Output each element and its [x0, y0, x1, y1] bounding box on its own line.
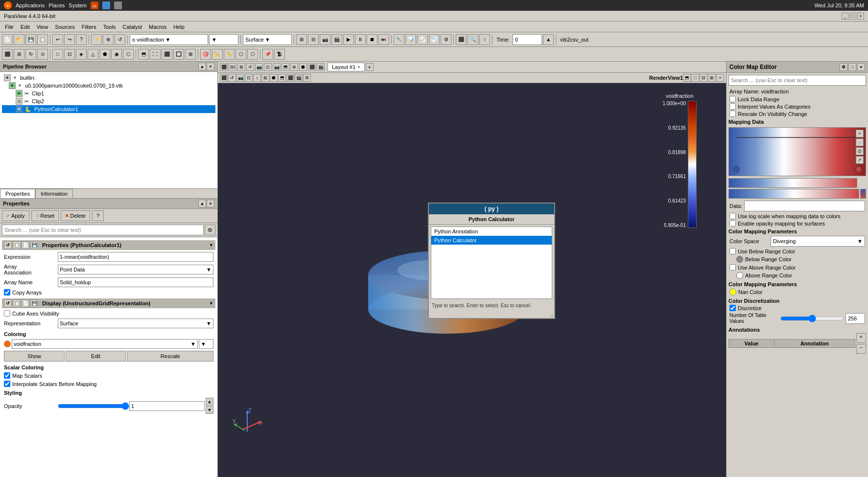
pipeline-eye-builtin[interactable]: 👁 [4, 74, 11, 81]
num-table-slider[interactable] [780, 315, 844, 322]
cme-settings-btn[interactable]: ⚙ [840, 63, 847, 71]
prop-disp-reload-btn[interactable]: ↺ [4, 299, 12, 307]
tb-tools1-btn[interactable]: 🔧 [394, 34, 404, 45]
grad-zoom-out-btn[interactable]: - [856, 138, 864, 146]
tb2-3[interactable]: ↻ [25, 49, 36, 60]
opacity-slider[interactable] [58, 402, 129, 410]
tb-save-btn[interactable]: 💾 [25, 34, 36, 45]
layout-tab-1[interactable]: Layout #1 × [328, 63, 365, 71]
tb-disconnect-btn[interactable]: ⊗ [103, 34, 114, 45]
tb-new-btn[interactable]: 📄 [2, 34, 13, 45]
tb-tools2-btn[interactable]: 📊 [405, 34, 416, 45]
os-places[interactable]: Places [48, 2, 65, 8]
tb2-6[interactable]: ⊡ [64, 49, 75, 60]
log-scale-checkbox[interactable] [729, 213, 736, 219]
pipeline-item-vtk[interactable]: 👁 ▼ u0.1000parnum10000coke0.0700_19.vtk [2, 82, 215, 90]
tb-help-btn[interactable]: ? [76, 34, 87, 45]
tb2-22[interactable]: 📌 [262, 49, 273, 60]
tb2-8[interactable]: △ [88, 49, 98, 60]
tb2-13[interactable]: ⛶ [150, 49, 161, 60]
prop-disp-copy-btn[interactable]: 📋 [13, 299, 21, 307]
prop-disp-save-btn[interactable]: 💾 [30, 299, 38, 307]
tb-cam5-btn[interactable]: ⏹ [367, 34, 377, 45]
dialog-item-calculator[interactable]: Python Calculator [431, 236, 552, 245]
os-applications[interactable]: Applications [16, 2, 45, 8]
rescale-visibility-checkbox[interactable] [729, 111, 736, 117]
layout-tb-8[interactable]: ⬒ [282, 63, 289, 71]
tb2-20[interactable]: ⬠ [235, 49, 246, 60]
opacity-down-btn[interactable]: ▼ [206, 406, 213, 414]
tb2-7[interactable]: ◈ [76, 49, 87, 60]
help-button[interactable]: ? [92, 210, 104, 221]
array-assoc-dropdown[interactable]: Point Data ▼ [58, 265, 213, 274]
layout-tb-3[interactable]: ⊞ [237, 63, 245, 71]
menu-edit[interactable]: Edit [18, 23, 33, 31]
tb-redo-btn[interactable]: ↪ [64, 34, 75, 45]
tb-orient2-btn[interactable]: ⊟ [308, 34, 319, 45]
prop-sec-save-btn[interactable]: 💾 [30, 241, 38, 249]
tb2-16[interactable]: ⊞ [185, 49, 196, 60]
layout-tb-5[interactable]: 📷 [255, 63, 263, 71]
tb2-19[interactable]: 📏 [224, 49, 235, 60]
tb-zoom-btn[interactable]: 🔍 [468, 34, 478, 45]
properties-search-input[interactable] [2, 225, 204, 235]
layout-tab-close-btn[interactable]: × [357, 65, 360, 69]
maximize-button[interactable]: □ [849, 13, 856, 20]
tb-connect-btn[interactable]: ⚡ [91, 34, 102, 45]
tb2-1[interactable]: ⬛ [2, 49, 13, 60]
close-button[interactable]: × [857, 13, 864, 20]
tb-undo-btn[interactable]: ↩ [52, 34, 63, 45]
tb-open-btn[interactable]: 📂 [14, 34, 24, 45]
copy-arrays-checkbox[interactable] [4, 289, 10, 295]
prop-disp-paste-btn[interactable]: 📄 [22, 299, 29, 307]
menu-filters[interactable]: Filters [79, 23, 99, 31]
rv-tb-3[interactable]: 📷 [236, 74, 244, 82]
prop-search-settings-btn[interactable]: ⚙ [205, 225, 215, 235]
layout-tb-4[interactable]: ↺ [246, 63, 254, 71]
layout-tb-9[interactable]: ⊛ [290, 63, 298, 71]
map-scalars-checkbox[interactable] [4, 372, 10, 379]
opacity-up-btn[interactable]: ▲ [206, 398, 213, 406]
pipeline-eye-clip1[interactable]: 👁 [16, 90, 23, 97]
rv-split-v-btn[interactable]: ⊞ [708, 74, 716, 82]
tb-cam6-btn[interactable]: ⏭ [378, 34, 389, 45]
rv-tb-1[interactable]: ⬛ [220, 74, 228, 82]
tb2-12[interactable]: ⬒ [138, 49, 149, 60]
tb2-17[interactable]: 🎯 [200, 49, 211, 60]
opacity-mapping-checkbox[interactable] [729, 220, 736, 227]
tb-saveas-btn[interactable]: 📋 [37, 34, 48, 45]
lock-data-range-checkbox[interactable] [729, 96, 736, 102]
tb2-21[interactable]: ⬡ [247, 49, 258, 60]
rv-tb-9[interactable]: ⬛ [286, 74, 294, 82]
above-range-checkbox[interactable] [729, 264, 736, 271]
rv-tb-6[interactable]: ⊞ [261, 74, 269, 82]
tb2-11[interactable]: ⬡ [123, 49, 134, 60]
pipeline-item-clip1[interactable]: 👁 ✂ Clip1 [2, 90, 215, 97]
cme-search-input[interactable] [728, 75, 866, 86]
tb-tools4-btn[interactable]: 📉 [429, 34, 440, 45]
tb2-2[interactable]: ⊞ [14, 49, 24, 60]
rv-float-btn[interactable]: ⬒ [683, 74, 691, 82]
minimize-button[interactable]: _ [842, 13, 848, 20]
delete-button[interactable]: ✖ Delete [61, 210, 90, 221]
prop-sec-copy-btn[interactable]: 📋 [13, 241, 21, 249]
layout-tb-6[interactable]: ⊡ [264, 63, 272, 71]
tb-interact-btn[interactable]: ↕ [479, 34, 490, 45]
tb2-14[interactable]: ⬛ [162, 49, 172, 60]
rv-max-btn[interactable]: □ [691, 74, 699, 82]
annot-remove-btn[interactable]: − [856, 344, 866, 354]
menu-catalyst[interactable]: Catalyst [119, 23, 145, 31]
layout-tb-2[interactable]: 3D [229, 63, 236, 71]
pipeline-eye-clip2[interactable]: ⊙ [16, 98, 23, 105]
interpret-values-checkbox[interactable] [729, 103, 736, 110]
tb2-23[interactable]: 🗜 [274, 49, 285, 60]
representation-dropdown[interactable]: Surface ▼ [58, 318, 213, 328]
properties-expand-btn[interactable]: ▲ [198, 200, 206, 207]
properties-close-btn[interactable]: × [207, 200, 214, 207]
tb-time-up[interactable]: ▲ [543, 34, 554, 45]
menu-tools[interactable]: Tools [100, 23, 119, 31]
rv-tb-10[interactable]: 🎬 [295, 74, 303, 82]
time-input[interactable] [513, 34, 542, 45]
layout-add-btn[interactable]: + [366, 63, 374, 71]
pipeline-eye-vtk[interactable]: 👁 [9, 82, 16, 89]
